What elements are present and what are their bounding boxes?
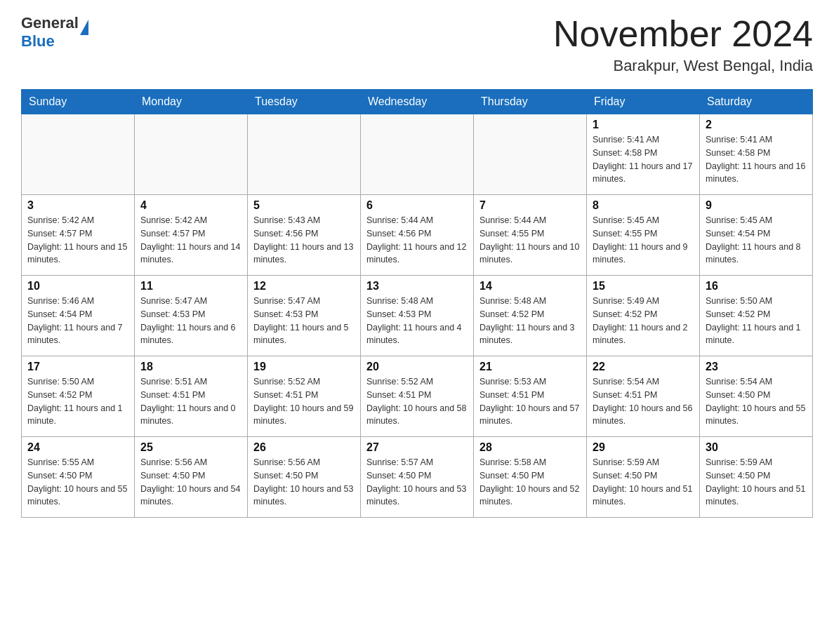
calendar-header-monday: Monday (135, 90, 248, 114)
day-number: 17 (27, 361, 128, 373)
day-info: Sunrise: 5:50 AMSunset: 4:52 PMDaylight:… (27, 375, 128, 428)
day-number: 26 (253, 441, 355, 454)
day-info: Sunrise: 5:56 AMSunset: 4:50 PMDaylight:… (140, 456, 241, 509)
calendar-cell: 5Sunrise: 5:43 AMSunset: 4:56 PMDaylight… (248, 195, 361, 276)
calendar-cell (248, 114, 361, 195)
month-title: November 2024 (553, 14, 813, 54)
day-number: 12 (253, 280, 355, 293)
calendar-header-wednesday: Wednesday (361, 90, 474, 114)
calendar-cell: 2Sunrise: 5:41 AMSunset: 4:58 PMDaylight… (700, 114, 813, 195)
calendar-cell: 15Sunrise: 5:49 AMSunset: 4:52 PMDayligh… (587, 276, 700, 356)
logo-triangle-icon (80, 20, 88, 35)
day-number: 18 (140, 361, 241, 373)
calendar-cell: 12Sunrise: 5:47 AMSunset: 4:53 PMDayligh… (248, 276, 361, 356)
calendar-cell: 14Sunrise: 5:48 AMSunset: 4:52 PMDayligh… (474, 276, 587, 356)
calendar-cell: 19Sunrise: 5:52 AMSunset: 4:51 PMDayligh… (248, 356, 361, 437)
calendar-cell: 9Sunrise: 5:45 AMSunset: 4:54 PMDaylight… (700, 195, 813, 276)
calendar-cell: 27Sunrise: 5:57 AMSunset: 4:50 PMDayligh… (361, 437, 474, 518)
day-info: Sunrise: 5:44 AMSunset: 4:55 PMDaylight:… (479, 214, 581, 267)
page-header: General Blue November 2024 Barakpur, Wes… (21, 14, 813, 75)
day-number: 6 (366, 199, 468, 212)
day-number: 5 (253, 199, 355, 212)
calendar-cell: 29Sunrise: 5:59 AMSunset: 4:50 PMDayligh… (587, 437, 700, 518)
day-info: Sunrise: 5:45 AMSunset: 4:54 PMDaylight:… (706, 214, 807, 267)
day-number: 20 (366, 361, 468, 373)
calendar-cell: 24Sunrise: 5:55 AMSunset: 4:50 PMDayligh… (22, 437, 135, 518)
calendar-week-5: 24Sunrise: 5:55 AMSunset: 4:50 PMDayligh… (22, 437, 813, 518)
calendar-cell (22, 114, 135, 195)
day-info: Sunrise: 5:59 AMSunset: 4:50 PMDaylight:… (706, 456, 807, 509)
day-info: Sunrise: 5:41 AMSunset: 4:58 PMDaylight:… (706, 133, 807, 186)
day-info: Sunrise: 5:47 AMSunset: 4:53 PMDaylight:… (253, 295, 355, 347)
day-number: 15 (593, 280, 694, 293)
day-number: 19 (253, 361, 355, 373)
day-number: 22 (593, 361, 694, 373)
day-info: Sunrise: 5:44 AMSunset: 4:56 PMDaylight:… (366, 214, 468, 267)
calendar-header-row: SundayMondayTuesdayWednesdayThursdayFrid… (22, 90, 813, 114)
day-number: 2 (706, 119, 807, 131)
calendar-cell: 22Sunrise: 5:54 AMSunset: 4:51 PMDayligh… (587, 356, 700, 437)
day-info: Sunrise: 5:52 AMSunset: 4:51 PMDaylight:… (253, 375, 355, 428)
calendar-header-tuesday: Tuesday (248, 90, 361, 114)
calendar-cell: 11Sunrise: 5:47 AMSunset: 4:53 PMDayligh… (135, 276, 248, 356)
calendar-cell: 17Sunrise: 5:50 AMSunset: 4:52 PMDayligh… (22, 356, 135, 437)
day-info: Sunrise: 5:59 AMSunset: 4:50 PMDaylight:… (593, 456, 694, 509)
day-info: Sunrise: 5:42 AMSunset: 4:57 PMDaylight:… (140, 214, 241, 267)
calendar-header-friday: Friday (587, 90, 700, 114)
day-number: 8 (593, 199, 694, 212)
day-number: 14 (479, 280, 581, 293)
calendar-cell (361, 114, 474, 195)
day-number: 29 (593, 441, 694, 454)
calendar-table: SundayMondayTuesdayWednesdayThursdayFrid… (21, 89, 813, 518)
location-title: Barakpur, West Bengal, India (553, 57, 813, 75)
day-number: 4 (140, 199, 241, 212)
calendar-week-1: 1Sunrise: 5:41 AMSunset: 4:58 PMDaylight… (22, 114, 813, 195)
calendar-week-4: 17Sunrise: 5:50 AMSunset: 4:52 PMDayligh… (22, 356, 813, 437)
calendar-cell: 1Sunrise: 5:41 AMSunset: 4:58 PMDaylight… (587, 114, 700, 195)
day-info: Sunrise: 5:46 AMSunset: 4:54 PMDaylight:… (27, 295, 128, 347)
calendar-cell: 8Sunrise: 5:45 AMSunset: 4:55 PMDaylight… (587, 195, 700, 276)
day-number: 21 (479, 361, 581, 373)
calendar-cell: 4Sunrise: 5:42 AMSunset: 4:57 PMDaylight… (135, 195, 248, 276)
calendar-cell: 13Sunrise: 5:48 AMSunset: 4:53 PMDayligh… (361, 276, 474, 356)
day-number: 25 (140, 441, 241, 454)
calendar-cell: 3Sunrise: 5:42 AMSunset: 4:57 PMDaylight… (22, 195, 135, 276)
day-info: Sunrise: 5:52 AMSunset: 4:51 PMDaylight:… (366, 375, 468, 428)
day-info: Sunrise: 5:58 AMSunset: 4:50 PMDaylight:… (479, 456, 581, 509)
day-info: Sunrise: 5:43 AMSunset: 4:56 PMDaylight:… (253, 214, 355, 267)
day-info: Sunrise: 5:53 AMSunset: 4:51 PMDaylight:… (479, 375, 581, 428)
day-number: 9 (706, 199, 807, 212)
calendar-week-2: 3Sunrise: 5:42 AMSunset: 4:57 PMDaylight… (22, 195, 813, 276)
day-info: Sunrise: 5:56 AMSunset: 4:50 PMDaylight:… (253, 456, 355, 509)
calendar-cell: 25Sunrise: 5:56 AMSunset: 4:50 PMDayligh… (135, 437, 248, 518)
calendar-cell: 26Sunrise: 5:56 AMSunset: 4:50 PMDayligh… (248, 437, 361, 518)
day-number: 10 (27, 280, 128, 293)
day-number: 13 (366, 280, 468, 293)
day-info: Sunrise: 5:54 AMSunset: 4:50 PMDaylight:… (706, 375, 807, 428)
day-number: 30 (706, 441, 807, 454)
calendar-cell: 16Sunrise: 5:50 AMSunset: 4:52 PMDayligh… (700, 276, 813, 356)
day-info: Sunrise: 5:48 AMSunset: 4:52 PMDaylight:… (479, 295, 581, 347)
calendar-cell (135, 114, 248, 195)
day-number: 3 (27, 199, 128, 212)
day-info: Sunrise: 5:45 AMSunset: 4:55 PMDaylight:… (593, 214, 694, 267)
day-info: Sunrise: 5:42 AMSunset: 4:57 PMDaylight:… (27, 214, 128, 267)
day-number: 28 (479, 441, 581, 454)
logo-blue-text: Blue (21, 32, 55, 51)
title-section: November 2024 Barakpur, West Bengal, Ind… (553, 14, 813, 75)
day-info: Sunrise: 5:55 AMSunset: 4:50 PMDaylight:… (27, 456, 128, 509)
logo-general-text: General (21, 14, 79, 32)
day-info: Sunrise: 5:51 AMSunset: 4:51 PMDaylight:… (140, 375, 241, 428)
day-info: Sunrise: 5:57 AMSunset: 4:50 PMDaylight:… (366, 456, 468, 509)
day-number: 7 (479, 199, 581, 212)
calendar-header-thursday: Thursday (474, 90, 587, 114)
calendar-cell: 23Sunrise: 5:54 AMSunset: 4:50 PMDayligh… (700, 356, 813, 437)
calendar-cell: 30Sunrise: 5:59 AMSunset: 4:50 PMDayligh… (700, 437, 813, 518)
calendar-cell: 18Sunrise: 5:51 AMSunset: 4:51 PMDayligh… (135, 356, 248, 437)
day-number: 1 (593, 119, 694, 131)
day-info: Sunrise: 5:48 AMSunset: 4:53 PMDaylight:… (366, 295, 468, 347)
day-info: Sunrise: 5:54 AMSunset: 4:51 PMDaylight:… (593, 375, 694, 428)
calendar-cell: 7Sunrise: 5:44 AMSunset: 4:55 PMDaylight… (474, 195, 587, 276)
calendar-cell: 10Sunrise: 5:46 AMSunset: 4:54 PMDayligh… (22, 276, 135, 356)
day-info: Sunrise: 5:49 AMSunset: 4:52 PMDaylight:… (593, 295, 694, 347)
